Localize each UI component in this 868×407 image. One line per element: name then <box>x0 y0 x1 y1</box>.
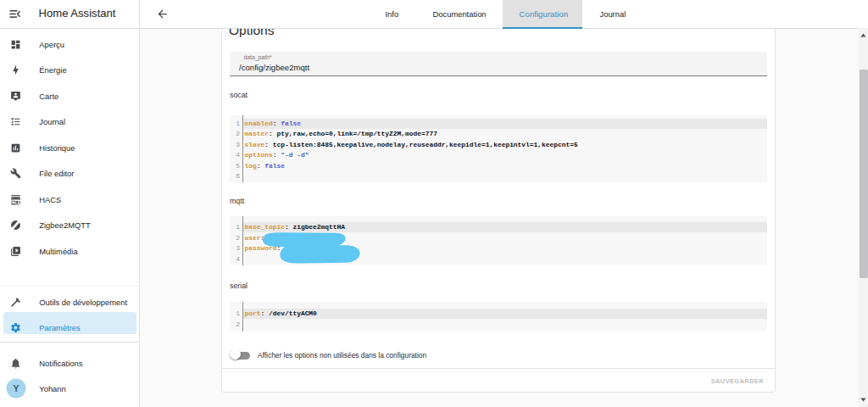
svg-text:Y: Y <box>13 383 19 393</box>
